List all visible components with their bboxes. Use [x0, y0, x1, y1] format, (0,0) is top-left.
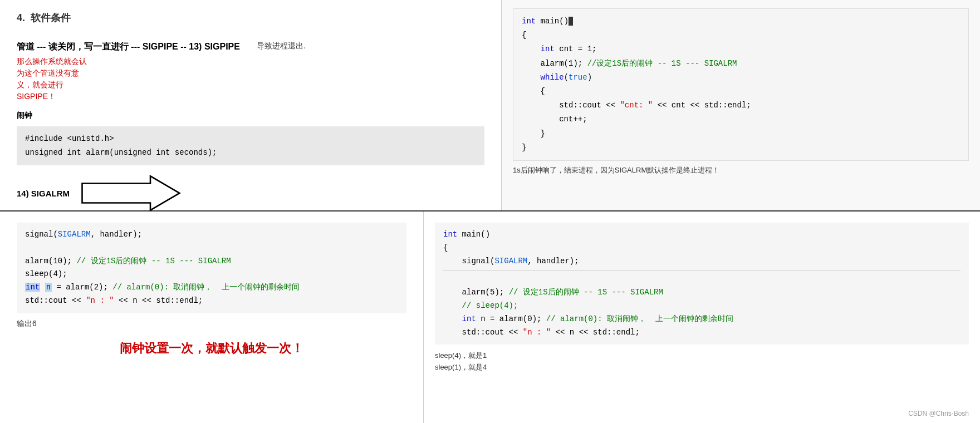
- bl-line2: [25, 242, 398, 255]
- bl-line1: signal(SIGALRM, handler);: [25, 228, 398, 242]
- tr-line10: }: [522, 141, 960, 155]
- br-line7: int n = alarm(0); // alarm(0): 取消闹钟， 上一个…: [443, 313, 961, 326]
- top-section: 4. 软件条件 管道 --- 读关闭，写一直进行 --- SIGPIPE -- …: [0, 0, 980, 212]
- tr-line8: cnt++;: [522, 112, 960, 126]
- tr-line2: {: [522, 28, 960, 42]
- br-line1: int main(): [443, 228, 961, 242]
- big-red-text: 闹钟设置一次，就默认触发一次！: [17, 340, 406, 357]
- bl-line6: std::cout << "n : " << n << std::endl;: [25, 294, 398, 308]
- tr-line4: alarm(1); //设定1S后的闹钟 -- 1S --- SIGALRM: [522, 57, 960, 71]
- bl-line5: int n = alarm(2); // alarm(0): 取消闹钟， 上一个…: [25, 281, 398, 294]
- br-line5: alarm(5); // 设定1S后的闹钟 -- 1S --- SIGALRM: [443, 286, 961, 299]
- tr-line9: }: [522, 127, 960, 141]
- tr-line1: int main(): [522, 14, 960, 28]
- tr-line3: int cnt = 1;: [522, 42, 960, 56]
- top-right-panel: int main() { int cnt = 1; alarm(1); //设定…: [501, 0, 980, 210]
- tr-line6: {: [522, 85, 960, 99]
- tr-line5: while(true): [522, 71, 960, 85]
- svg-marker-0: [82, 176, 180, 210]
- bottom-right-code: int main() { signal(SIGALRM, handler); a…: [435, 223, 969, 345]
- alarm-code-line2: unsigned int alarm(unsigned int seconds)…: [25, 146, 476, 160]
- tr-line7: std::cout << "cnt: " << cnt << std::endl…: [522, 99, 960, 112]
- sigalrm-label: 14) SIGALRM: [17, 189, 70, 198]
- alarm-code-line1: #include <unistd.h>: [25, 132, 476, 146]
- bottom-left-code: signal(SIGALRM, handler); alarm(10); // …: [17, 223, 406, 313]
- br-line2: {: [443, 242, 961, 255]
- pipe-title: 管道 --- 读关闭，写一直进行 --- SIGPIPE -- 13) SIGP…: [17, 41, 240, 53]
- sleep-note2: sleep(1)，就是4: [435, 362, 969, 373]
- bottom-left-panel: signal(SIGALRM, handler); alarm(10); // …: [0, 212, 423, 423]
- arrow-icon: [81, 174, 181, 213]
- section-title: 软件条件: [31, 11, 71, 24]
- sleep-note1: sleep(4)，就是1: [435, 350, 969, 362]
- br-line8: std::cout << "n : " << n << std::endl;: [443, 326, 961, 340]
- br-line6: // sleep(4);: [443, 299, 961, 313]
- top-right-code-block: int main() { int cnt = 1; alarm(1); //设定…: [513, 8, 969, 161]
- pipe-right-note: 导致进程退出.: [257, 41, 306, 51]
- output-label: 输出6: [17, 319, 406, 329]
- alarm-code-box: #include <unistd.h> unsigned int alarm(u…: [17, 126, 484, 165]
- code-divider: [443, 270, 961, 270]
- red-explanation: 那么操作系统就会认 为这个管道没有意 义，就会进行 SIGPIPE！: [17, 56, 240, 102]
- csdn-credit: CSDN @Chris-Bosh: [908, 410, 969, 417]
- top-right-note: 1s后闹钟响了，结束进程，因为SIGALRM默认操作是终止进程！: [513, 165, 969, 175]
- bl-line4: sleep(4);: [25, 268, 398, 281]
- alarm-label: 闹钟: [17, 111, 484, 121]
- top-left-panel: 4. 软件条件 管道 --- 读关闭，写一直进行 --- SIGPIPE -- …: [0, 0, 501, 210]
- sleep-note: sleep(4)，就是1 sleep(1)，就是4: [435, 350, 969, 373]
- bottom-right-panel: int main() { signal(SIGALRM, handler); a…: [423, 212, 980, 423]
- bl-line3: alarm(10); // 设定1S后的闹钟 -- 1S --- SIGALRM: [25, 255, 398, 268]
- bottom-section: signal(SIGALRM, handler); alarm(10); // …: [0, 212, 980, 423]
- br-line3: signal(SIGALRM, handler);: [443, 255, 961, 268]
- section-number: 4.: [17, 12, 25, 24]
- br-line4: [443, 273, 961, 286]
